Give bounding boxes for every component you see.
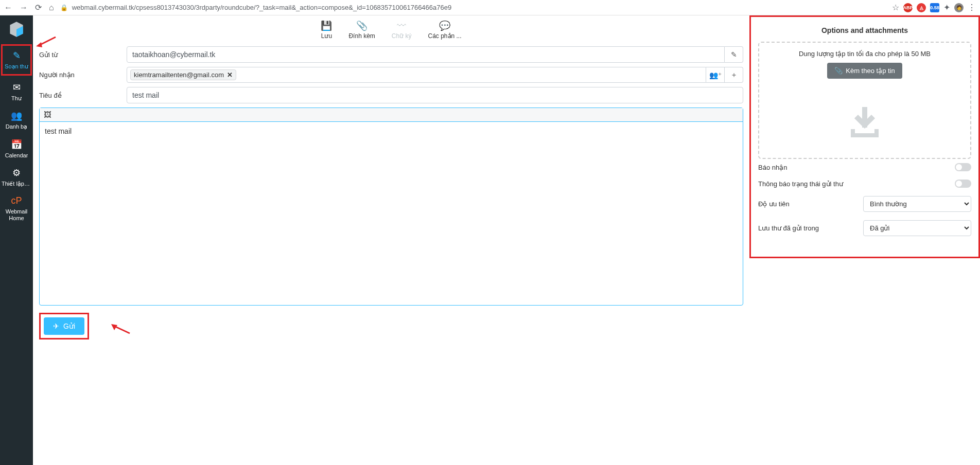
editor: 🖼 test mail bbox=[39, 108, 743, 306]
extension-icon-blue[interactable]: 0.58 bbox=[930, 3, 939, 12]
add-contact-button[interactable]: 👥⁺ bbox=[706, 67, 725, 83]
from-row: Gửi từ taotaikhoan@cybermail.tk ✎ bbox=[39, 46, 743, 63]
insert-image-icon[interactable]: 🖼 bbox=[44, 110, 51, 119]
sidebar-contacts-label: Danh bạ bbox=[6, 123, 27, 130]
svg-marker-5 bbox=[111, 324, 117, 330]
reload-button[interactable]: ⟳ bbox=[35, 3, 42, 12]
extensions-puzzle-icon[interactable]: ✦ bbox=[943, 3, 950, 12]
add-contact-icon: 👥⁺ bbox=[709, 71, 722, 79]
from-label: Gửi từ bbox=[39, 51, 127, 59]
compose-toolbar: 💾 Lưu 📎 Đính kèm 〰 Chữ ký 💬 Các phản ... bbox=[33, 15, 749, 41]
return-receipt-row: Báo nhận bbox=[751, 159, 978, 175]
mail-icon: ✉ bbox=[13, 82, 21, 93]
attachment-dropzone[interactable]: Dung lượng tập tin tối đa cho phép là 50… bbox=[758, 42, 971, 159]
url-text: webmail.cybermail.tk/cpsess8013743030/3r… bbox=[72, 4, 452, 11]
toolbar-attach[interactable]: 📎 Đính kèm bbox=[348, 20, 375, 40]
sidebar-settings-label: Thiết lập cấ... bbox=[2, 181, 31, 187]
compose-icon: ✎ bbox=[13, 50, 21, 61]
sidebar-calendar[interactable]: 📅 Calendar bbox=[1, 135, 32, 163]
paperclip-icon: 📎 bbox=[356, 20, 367, 31]
subject-label: Tiêu đề bbox=[39, 92, 127, 99]
attach-file-label: Kèm theo tập tin bbox=[846, 67, 895, 75]
compose-form: Gửi từ taotaikhoan@cybermail.tk ✎ Người … bbox=[33, 41, 749, 339]
extension-icons: ☆ ABP ◬ 0.58 ✦ 🧑 ⋮ bbox=[892, 3, 976, 12]
remove-recipient-button[interactable]: ✕ bbox=[227, 71, 233, 79]
message-body[interactable]: test mail bbox=[40, 122, 743, 305]
gear-icon: ⚙ bbox=[12, 167, 21, 178]
sidebar-calendar-label: Calendar bbox=[5, 152, 28, 159]
home-button[interactable]: ⌂ bbox=[49, 3, 54, 12]
send-button[interactable]: ✈ Gửi bbox=[44, 317, 84, 335]
sidebar-settings[interactable]: ⚙ Thiết lập cấ... bbox=[1, 163, 32, 191]
signature-icon: 〰 bbox=[397, 21, 406, 31]
abp-extension-icon[interactable]: ABP bbox=[903, 3, 913, 12]
dsn-label: Thông báo trạng thái gửi thư bbox=[758, 180, 955, 188]
address-bar[interactable]: 🔒 webmail.cybermail.tk/cpsess8013743030/… bbox=[60, 4, 886, 11]
browser-chrome: ← → ⟳ ⌂ 🔒 webmail.cybermail.tk/cpsess801… bbox=[0, 0, 980, 15]
subject-input[interactable]: test mail bbox=[127, 87, 743, 103]
plus-icon: ＋ bbox=[730, 70, 738, 80]
extension-icon-red[interactable]: ◬ bbox=[917, 3, 926, 12]
recipient-email: kiemtramailtenten@gmail.com bbox=[134, 71, 224, 79]
toolbar-save-label: Lưu bbox=[321, 32, 332, 40]
toolbar-save[interactable]: 💾 Lưu bbox=[321, 20, 332, 40]
editor-toolbar: 🖼 bbox=[40, 108, 743, 122]
annotation-arrow-send bbox=[110, 323, 131, 335]
save-sent-select[interactable]: Đã gửi bbox=[863, 220, 971, 236]
browser-menu-icon[interactable]: ⋮ bbox=[968, 3, 976, 12]
toolbar-responses[interactable]: 💬 Các phản ... bbox=[428, 20, 462, 40]
edit-identities-button[interactable]: ✎ bbox=[725, 46, 743, 63]
app-sidebar: ✎ Soạn thư ✉ Thư 👥 Danh bạ 📅 Calendar ⚙ … bbox=[0, 15, 33, 465]
recipient-tag: kiemtramailtenten@gmail.com ✕ bbox=[130, 69, 236, 80]
main-content: 💾 Lưu 📎 Đính kèm 〰 Chữ ký 💬 Các phản ...… bbox=[33, 15, 749, 465]
lock-icon: 🔒 bbox=[60, 4, 68, 11]
sidebar-compose[interactable]: ✎ Soạn thư bbox=[1, 44, 32, 76]
svg-line-4 bbox=[114, 326, 130, 333]
send-icon: ✈ bbox=[53, 322, 59, 330]
priority-row: Độ ưu tiên Bình thường bbox=[751, 192, 978, 216]
dsn-toggle[interactable] bbox=[955, 180, 971, 188]
dsn-row: Thông báo trạng thái gửi thư bbox=[751, 175, 978, 192]
toolbar-signature[interactable]: 〰 Chữ ký bbox=[392, 21, 412, 40]
from-input[interactable]: taotaikhoan@cybermail.tk bbox=[127, 46, 725, 63]
priority-select[interactable]: Bình thường bbox=[863, 196, 971, 212]
cpanel-icon: cP bbox=[11, 195, 22, 206]
to-row: Người nhận kiemtramailtenten@gmail.com ✕… bbox=[39, 67, 743, 83]
calendar-icon: 📅 bbox=[11, 139, 22, 150]
to-label: Người nhận bbox=[39, 71, 127, 79]
app-logo bbox=[6, 19, 27, 40]
send-row: ✈ Gửi bbox=[39, 313, 743, 339]
save-sent-row: Lưu thư đã gửi trong Đã gửi bbox=[751, 216, 978, 240]
pencil-icon: ✎ bbox=[731, 50, 737, 59]
sidebar-webmail-home[interactable]: cP Webmail Home bbox=[1, 191, 32, 226]
toolbar-responses-label: Các phản ... bbox=[428, 32, 462, 40]
back-button[interactable]: ← bbox=[4, 3, 12, 12]
sidebar-compose-label: Soạn thư bbox=[5, 63, 28, 70]
bookmark-star-icon[interactable]: ☆ bbox=[892, 3, 899, 12]
sidebar-webmail-home-label-1: Webmail bbox=[6, 208, 28, 215]
sidebar-webmail-home-label-2: Home bbox=[9, 215, 24, 222]
paperclip-icon: 📎 bbox=[834, 67, 843, 75]
send-label: Gửi bbox=[63, 322, 75, 330]
to-input[interactable]: kiemtramailtenten@gmail.com ✕ bbox=[127, 67, 706, 83]
sidebar-mail-label: Thư bbox=[11, 95, 22, 102]
return-receipt-toggle[interactable] bbox=[955, 163, 971, 171]
profile-avatar[interactable]: 🧑 bbox=[954, 3, 964, 12]
options-title: Options and attachments bbox=[751, 17, 978, 42]
options-attachments-panel: Options and attachments Dung lượng tập t… bbox=[749, 15, 980, 258]
download-icon bbox=[764, 104, 965, 142]
subject-row: Tiêu đề test mail bbox=[39, 87, 743, 103]
contacts-icon: 👥 bbox=[11, 110, 22, 121]
add-header-button[interactable]: ＋ bbox=[725, 67, 743, 83]
priority-label: Độ ưu tiên bbox=[758, 200, 863, 208]
toolbar-signature-label: Chữ ký bbox=[392, 32, 412, 40]
attach-file-button[interactable]: 📎 Kèm theo tập tin bbox=[827, 63, 902, 79]
save-sent-label: Lưu thư đã gửi trong bbox=[758, 224, 863, 232]
sidebar-mail[interactable]: ✉ Thư bbox=[1, 78, 32, 106]
save-icon: 💾 bbox=[321, 20, 332, 31]
forward-button[interactable]: → bbox=[20, 3, 28, 12]
comment-icon: 💬 bbox=[439, 20, 450, 31]
toolbar-attach-label: Đính kèm bbox=[348, 32, 375, 40]
sidebar-contacts[interactable]: 👥 Danh bạ bbox=[1, 106, 32, 134]
max-file-size: Dung lượng tập tin tối đa cho phép là 50… bbox=[764, 50, 965, 58]
